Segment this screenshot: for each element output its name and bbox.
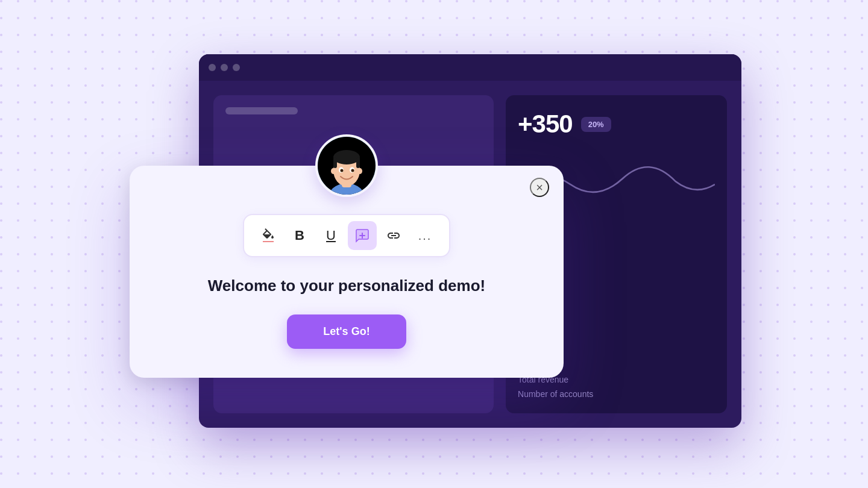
avatar-container — [315, 134, 378, 197]
comment-add-icon — [355, 228, 370, 243]
more-icon: ... — [418, 229, 432, 243]
bold-icon: B — [295, 228, 304, 243]
toolbar: B U ... — [243, 214, 450, 257]
fill-tool-button[interactable] — [254, 221, 283, 250]
link-button[interactable] — [379, 221, 408, 250]
stat-badge: 20% — [581, 117, 611, 132]
window-dot-3 — [233, 64, 240, 71]
label-number-of-accounts: Number of accounts — [518, 389, 715, 399]
svg-point-14 — [357, 168, 362, 174]
bold-button[interactable]: B — [285, 221, 314, 250]
svg-point-12 — [351, 169, 354, 172]
stat-header: +350 20% — [518, 110, 715, 139]
window-dot-1 — [209, 64, 216, 71]
avatar-illustration — [318, 137, 376, 195]
svg-point-6 — [333, 150, 360, 164]
fill-icon — [261, 228, 275, 243]
lets-go-button[interactable]: Let's Go! — [287, 314, 406, 349]
window-titlebar — [199, 54, 741, 81]
underline-button[interactable]: U — [316, 221, 345, 250]
svg-point-11 — [341, 169, 344, 172]
stat-labels: Total revenue Number of accounts — [518, 375, 715, 399]
svg-rect-7 — [333, 157, 337, 168]
underline-icon: U — [326, 228, 336, 243]
welcome-text: Welcome to your personalized demo! — [208, 277, 485, 295]
stat-number: +350 — [518, 110, 573, 139]
window-dot-2 — [221, 64, 228, 71]
link-icon — [386, 228, 401, 243]
modal-close-button[interactable]: × — [530, 178, 549, 197]
chart-header-bar — [225, 107, 298, 114]
more-button[interactable]: ... — [410, 221, 439, 250]
svg-rect-8 — [356, 157, 360, 168]
modal-container: × — [130, 166, 564, 378]
svg-point-13 — [331, 168, 336, 174]
comment-button[interactable] — [348, 221, 377, 250]
